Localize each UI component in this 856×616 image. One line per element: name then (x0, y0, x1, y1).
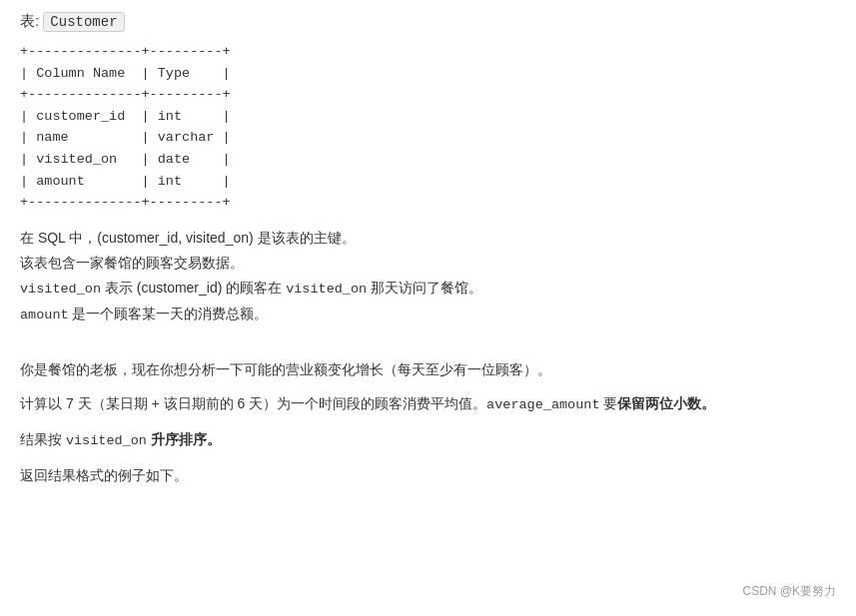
question-line1: 你是餐馆的老板，现在你想分析一下可能的营业额变化增长（每天至少有一位顾客）。 (20, 356, 836, 383)
desc-line4: amount 是一个顾客某一天的消费总额。 (20, 302, 836, 327)
description-section: 在 SQL 中，(customer_id, visited_on) 是该表的主键… (20, 226, 836, 328)
divider (20, 336, 836, 356)
question-line3: 结果按 visited_on 升序排序。 (20, 426, 836, 454)
table-prefix: 表: (20, 12, 43, 29)
question-section: 你是餐馆的老板，现在你想分析一下可能的营业额变化增长（每天至少有一位顾客）。 计… (20, 356, 836, 488)
schema-table: +--------------+---------+ | Column Name… (20, 41, 836, 214)
table-label: 表: Customer (20, 12, 836, 31)
question-line4: 返回结果格式的例子如下。 (20, 462, 836, 489)
watermark: CSDN @K要努力 (742, 583, 836, 600)
table-name: Customer (43, 12, 124, 32)
desc-line3: visited_on 表示 (customer_id) 的顾客在 visited… (20, 276, 836, 302)
desc-line1: 在 SQL 中，(customer_id, visited_on) 是该表的主键… (20, 226, 836, 251)
desc-line2: 该表包含一家餐馆的顾客交易数据。 (20, 251, 836, 276)
question-line2: 计算以 7 天（某日期 + 该日期前的 6 天）为一个时间段的顾客消费平均值。a… (20, 390, 836, 418)
